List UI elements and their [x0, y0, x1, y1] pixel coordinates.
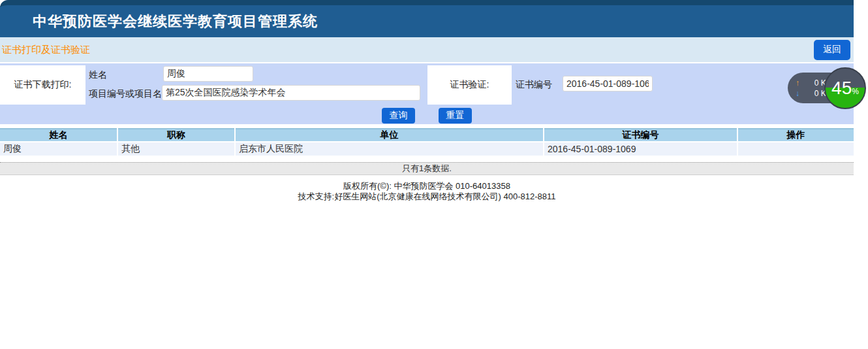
back-button[interactable]: 返回 — [814, 40, 850, 60]
page-footer: 版权所有(©): 中华预防医学会 010-64013358 技术支持:好医生网站… — [0, 181, 854, 202]
status-bar: 只有1条数据. — [0, 162, 854, 175]
table-header-row: 姓名 职称 单位 证书编号 操作 — [0, 129, 854, 142]
col-header-title: 职称 — [117, 129, 235, 142]
verify-section-label-box: 证书验证: — [427, 65, 512, 105]
download-arrow-icon: ↓ — [796, 89, 805, 98]
breadcrumb: 证书打印及证书验证 — [2, 44, 90, 56]
results-table: 姓名 职称 单位 证书编号 操作 周俊 其他 启东市人民医院 2016-45-0… — [0, 128, 854, 156]
copyright-line: 版权所有(©): 中华预防医学会 010-64013358 — [0, 181, 854, 191]
verify-section-label: 证书验证: — [450, 79, 489, 91]
percent-value: 45 — [831, 78, 852, 99]
query-button[interactable]: 查询 — [382, 108, 415, 124]
status-text: 只有1条数据. — [402, 163, 452, 173]
project-input[interactable] — [162, 85, 420, 101]
memory-percent-indicator[interactable]: 45 % — [824, 67, 866, 109]
table-row: 周俊 其他 启东市人民医院 2016-45-01-089-1069 — [0, 142, 854, 156]
print-section-label-box: 证书下载打印: — [0, 65, 85, 105]
app-header: 中华预防医学会继续医学教育项目管理系统 — [0, 0, 854, 37]
cert-no-input[interactable] — [563, 76, 653, 91]
cell-name: 周俊 — [0, 142, 117, 156]
cert-no-label: 证书编号 — [516, 79, 552, 91]
reset-button[interactable]: 重置 — [439, 108, 472, 124]
query-form-section: 证书下载打印: 姓名 项目编号或项目名称 证书验证: 证书编号 查询 重置 — [0, 63, 854, 124]
upload-arrow-icon: ↑ — [796, 78, 805, 88]
tech-support-line: 技术支持:好医生网站(北京健康在线网络技术有限公司) 400-812-8811 — [0, 191, 854, 202]
percent-unit: % — [852, 87, 859, 96]
col-header-operation: 操作 — [737, 129, 854, 142]
cell-unit: 启东市人民医院 — [235, 142, 544, 156]
sub-header: 证书打印及证书验证 返回 — [0, 37, 854, 62]
name-input[interactable] — [163, 66, 253, 82]
app-title: 中华预防医学会继续医学教育项目管理系统 — [33, 12, 318, 31]
col-header-name: 姓名 — [0, 129, 117, 142]
cell-operation — [737, 142, 854, 156]
cell-title: 其他 — [117, 142, 235, 156]
print-section-label: 证书下载打印: — [14, 79, 72, 91]
col-header-unit: 单位 — [235, 129, 544, 142]
project-label: 项目编号或项目名称 — [89, 88, 171, 100]
col-header-cert-no: 证书编号 — [544, 129, 737, 142]
cell-cert-no: 2016-45-01-089-1069 — [544, 142, 737, 156]
name-label: 姓名 — [89, 69, 107, 81]
